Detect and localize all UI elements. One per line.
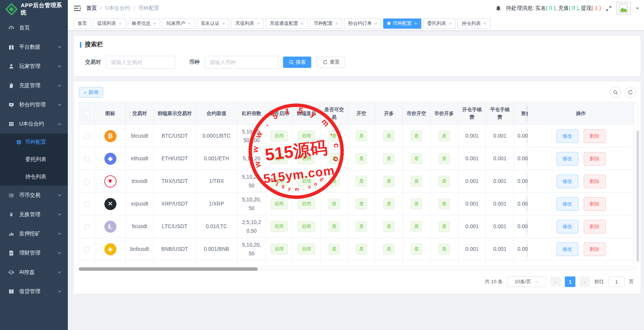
tab[interactable]: 秒合约订单×: [344, 18, 381, 29]
tab[interactable]: 充值通道配置×: [266, 18, 308, 29]
front-show-tag[interactable]: 启用: [298, 244, 315, 254]
market-long-tag[interactable]: 是: [439, 153, 450, 164]
close-tab-icon[interactable]: ×: [119, 21, 122, 26]
search-button[interactable]: 搜索: [283, 57, 311, 68]
close-tab-icon[interactable]: ×: [222, 21, 225, 26]
breadcrumb-item[interactable]: 首页: [86, 5, 97, 12]
sidebar-item[interactable]: 理财管理: [0, 243, 68, 262]
front-show-tag[interactable]: 启用: [298, 221, 315, 232]
enabled-tag[interactable]: 启用: [271, 153, 288, 164]
pair-input[interactable]: [106, 56, 175, 69]
sidebar-item[interactable]: U本位合约: [0, 114, 68, 134]
market-long-tag[interactable]: 是: [439, 244, 450, 254]
tab-active[interactable]: 币种配置×: [383, 18, 421, 29]
row-checkbox[interactable]: [84, 134, 90, 139]
market-long-tag[interactable]: 是: [439, 198, 450, 209]
market-short-tag[interactable]: 是: [411, 244, 422, 254]
tradable-tag[interactable]: 是: [329, 153, 340, 164]
open-long-tag[interactable]: 是: [383, 244, 395, 254]
open-long-tag[interactable]: 是: [383, 198, 395, 209]
open-long-tag[interactable]: 是: [383, 130, 395, 141]
edit-button[interactable]: 修改: [557, 152, 578, 166]
table-refresh-icon[interactable]: [625, 87, 636, 98]
prev-page-button[interactable]: ‹: [550, 276, 561, 287]
vertical-scrollbar-thumb[interactable]: [636, 130, 639, 262]
tab[interactable]: 币种配置×: [310, 18, 343, 29]
market-short-tag[interactable]: 是: [411, 176, 422, 186]
front-show-tag[interactable]: 启用: [298, 198, 315, 209]
goto-page-input[interactable]: [608, 276, 625, 287]
next-page-button[interactable]: ›: [580, 276, 590, 287]
tab[interactable]: 实名认证×: [197, 18, 229, 29]
enabled-tag[interactable]: 启用: [271, 221, 288, 232]
sidebar-subitem[interactable]: 委托列表: [0, 151, 68, 168]
row-checkbox[interactable]: [84, 247, 90, 252]
sidebar-item[interactable]: 充提管理: [0, 76, 68, 95]
open-short-tag[interactable]: 是: [356, 244, 367, 254]
sidebar-subitem[interactable]: 持仓列表: [0, 168, 68, 186]
page-size-select[interactable]: 10条/页: [507, 276, 546, 287]
market-short-tag[interactable]: 是: [411, 153, 422, 164]
sidebar-item[interactable]: 首页: [0, 18, 68, 37]
close-tab-icon[interactable]: ×: [188, 21, 191, 26]
close-tab-icon[interactable]: ×: [301, 21, 304, 26]
row-checkbox[interactable]: [84, 157, 90, 162]
front-show-tag[interactable]: 启用: [298, 153, 315, 164]
tradable-tag[interactable]: 是: [329, 130, 340, 141]
delete-button[interactable]: 删除: [584, 129, 606, 143]
edit-button[interactable]: 修改: [557, 243, 578, 256]
tab[interactable]: 提现列表×: [93, 18, 126, 29]
edit-button[interactable]: 修改: [557, 220, 578, 233]
sidebar-item[interactable]: 质押挖矿: [0, 224, 68, 243]
sidebar-item[interactable]: 借贷管理: [0, 282, 68, 301]
sidebar-subitem[interactable]: 币种配置: [0, 134, 68, 151]
tradable-tag[interactable]: 是: [329, 176, 340, 186]
open-long-tag[interactable]: 是: [383, 221, 395, 232]
row-checkbox[interactable]: [84, 224, 90, 230]
avatar[interactable]: [616, 2, 631, 15]
enabled-tag[interactable]: 启用: [271, 198, 288, 209]
tab[interactable]: 充值列表×: [231, 18, 264, 29]
market-short-tag[interactable]: 是: [411, 130, 422, 141]
tradable-tag[interactable]: 是: [329, 198, 340, 209]
tradable-tag[interactable]: 是: [329, 244, 340, 254]
tab[interactable]: 首页: [73, 18, 91, 29]
tab[interactable]: 账变信息×: [128, 18, 161, 29]
sidebar-item[interactable]: 币币交易: [0, 186, 68, 205]
horizontal-scrollbar-thumb[interactable]: [79, 267, 258, 271]
open-long-tag[interactable]: 是: [383, 176, 395, 186]
open-short-tag[interactable]: 是: [356, 153, 367, 164]
close-tab-icon[interactable]: ×: [449, 21, 452, 26]
bell-icon[interactable]: [495, 5, 502, 12]
market-short-tag[interactable]: 是: [411, 198, 422, 209]
open-short-tag[interactable]: 是: [356, 176, 367, 186]
close-tab-icon[interactable]: ×: [483, 21, 486, 26]
enabled-tag[interactable]: 启用: [271, 176, 288, 186]
open-short-tag[interactable]: 是: [356, 221, 367, 232]
coin-input[interactable]: [205, 56, 279, 69]
sidebar-item[interactable]: 秒合约管理: [0, 95, 68, 114]
tab[interactable]: 委托列表×: [423, 18, 456, 29]
front-show-tag[interactable]: 启用: [298, 130, 315, 141]
edit-button[interactable]: 修改: [557, 129, 578, 143]
tab[interactable]: 玩家用户×: [162, 18, 195, 29]
close-tab-icon[interactable]: ×: [414, 21, 417, 26]
reset-button[interactable]: 重置: [317, 57, 345, 68]
enabled-tag[interactable]: 启用: [271, 244, 288, 254]
tradable-tag[interactable]: 是: [329, 221, 340, 232]
edit-button[interactable]: 修改: [557, 175, 578, 188]
market-long-tag[interactable]: 是: [439, 221, 450, 232]
hamburger-icon[interactable]: [68, 5, 86, 11]
select-all-checkbox[interactable]: [84, 111, 90, 116]
delete-button[interactable]: 删除: [584, 220, 606, 233]
open-short-tag[interactable]: 是: [356, 130, 367, 141]
current-page-button[interactable]: 1: [565, 276, 575, 287]
sidebar-item[interactable]: 平台数据: [0, 37, 68, 57]
close-tab-icon[interactable]: ×: [335, 21, 338, 26]
market-long-tag[interactable]: 是: [439, 176, 450, 186]
add-button[interactable]: + 新增: [79, 87, 103, 98]
sidebar-item[interactable]: AI控盘: [0, 262, 68, 282]
delete-button[interactable]: 删除: [584, 175, 606, 188]
row-checkbox[interactable]: [84, 179, 90, 184]
close-tab-icon[interactable]: ×: [375, 21, 378, 26]
